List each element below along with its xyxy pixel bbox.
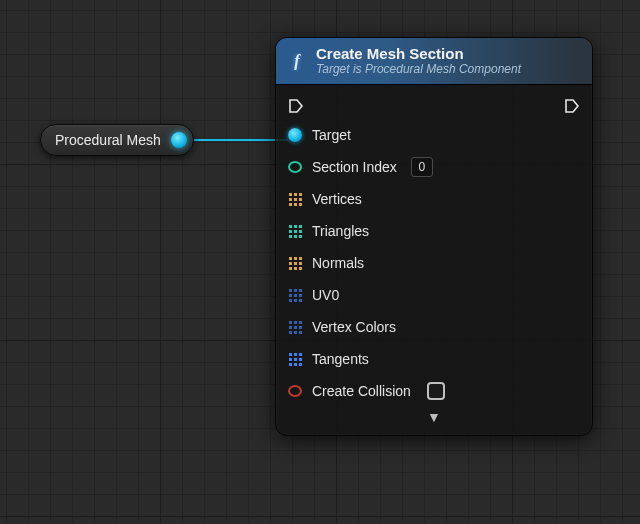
pin-vertex-colors[interactable] [288,321,302,334]
node-title: Create Mesh Section [316,45,521,62]
node-body: Target Section Index 0 Vertices Triangle… [276,85,592,435]
pin-exec-out[interactable] [564,98,580,114]
pin-section-index-label: Section Index [312,159,397,175]
pin-section-index[interactable] [288,161,302,173]
pin-normals[interactable] [288,257,302,270]
pin-triangles-label: Triangles [312,223,369,239]
pin-tangents-label: Tangents [312,351,369,367]
pin-output-object[interactable] [171,132,187,148]
pin-vertices[interactable] [288,193,302,206]
create-collision-checkbox[interactable] [427,382,445,400]
chevron-down-icon: ▼ [427,409,441,425]
pin-normals-label: Normals [312,255,364,271]
pin-vertices-label: Vertices [312,191,362,207]
pin-vertex-colors-label: Vertex Colors [312,319,396,335]
pin-uv0-label: UV0 [312,287,339,303]
variable-label: Procedural Mesh [55,132,161,148]
node-create-mesh-section[interactable]: f Create Mesh Section Target is Procedur… [275,37,593,436]
section-index-input[interactable]: 0 [411,157,433,177]
pin-uv0[interactable] [288,289,302,302]
node-header[interactable]: f Create Mesh Section Target is Procedur… [276,38,592,85]
pin-target[interactable] [288,128,302,142]
pin-create-collision-label: Create Collision [312,383,411,399]
pin-create-collision[interactable] [288,385,302,397]
node-subtitle: Target is Procedural Mesh Component [316,62,521,76]
pin-exec-in[interactable] [288,98,304,114]
pin-target-label: Target [312,127,351,143]
function-icon: f [288,52,306,70]
pin-triangles[interactable] [288,225,302,238]
pin-tangents[interactable] [288,353,302,366]
node-variable-procedural-mesh[interactable]: Procedural Mesh [40,124,194,156]
expand-toggle[interactable]: ▼ [276,407,592,431]
